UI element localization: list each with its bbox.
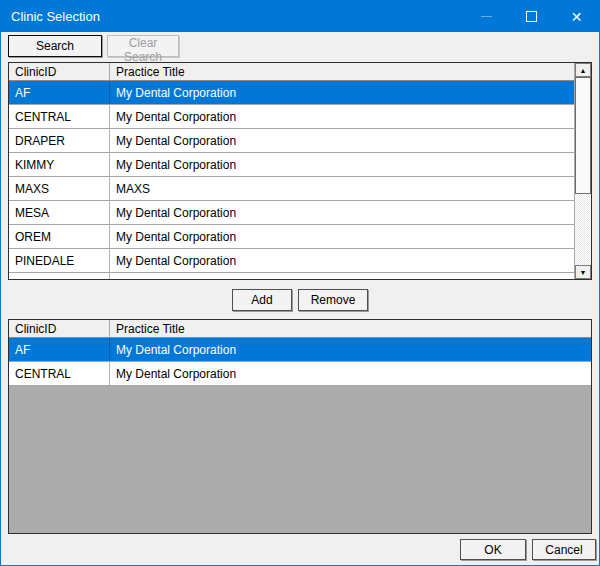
remove-button[interactable]: Remove <box>298 289 368 311</box>
clinic-id-cell: PINEDALE <box>9 254 109 268</box>
scrollbar-thumb[interactable] <box>575 77 591 194</box>
available-clinics-table: ClinicID Practice Title AF My Dental Cor… <box>8 62 592 280</box>
add-button[interactable]: Add <box>232 289 292 311</box>
clear-search-button[interactable]: Clear Search <box>107 35 179 57</box>
clinic-row[interactable]: MAXS MAXS <box>9 177 574 201</box>
practice-title-cell: My Dental Corporation <box>109 105 574 128</box>
scroll-up-button[interactable]: ▲ <box>575 63 591 77</box>
scroll-down-button[interactable]: ▼ <box>575 265 591 279</box>
close-button[interactable]: ✕ <box>554 1 599 32</box>
close-icon: ✕ <box>571 10 583 24</box>
clinic-id-cell: MESA <box>9 206 109 220</box>
ok-button[interactable]: OK <box>460 539 526 560</box>
empty-partial-row <box>9 273 574 279</box>
clinic-id-cell: AF <box>9 86 109 100</box>
clinic-row[interactable]: CENTRAL My Dental Corporation <box>9 105 574 129</box>
clinic-row[interactable]: KIMMY My Dental Corporation <box>9 153 574 177</box>
maximize-button[interactable] <box>509 1 554 32</box>
clinic-id-cell: MAXS <box>9 182 109 196</box>
search-button[interactable]: Search <box>8 35 102 57</box>
selected-table-body: AF My Dental Corporation CENTRAL My Dent… <box>9 338 591 386</box>
practice-title-cell: My Dental Corporation <box>109 129 574 152</box>
practice-title-cell: My Dental Corporation <box>109 249 574 272</box>
cancel-button[interactable]: Cancel <box>532 539 596 560</box>
maximize-icon <box>526 11 537 22</box>
column-header-clinicid[interactable]: ClinicID <box>9 65 109 79</box>
titlebar[interactable]: Clinic Selection ✕ <box>1 1 599 32</box>
practice-title-cell: My Dental Corporation <box>109 338 591 361</box>
clinic-id-cell: KIMMY <box>9 158 109 172</box>
column-header-clinicid[interactable]: ClinicID <box>9 322 109 336</box>
clinic-id-cell: DRAPER <box>9 134 109 148</box>
column-header-practice-title[interactable]: Practice Title <box>109 320 591 337</box>
clinic-id-cell: OREM <box>9 230 109 244</box>
clinic-row[interactable]: AF My Dental Corporation <box>9 338 591 362</box>
clinic-row[interactable]: MESA My Dental Corporation <box>9 201 574 225</box>
practice-title-cell: My Dental Corporation <box>109 225 574 248</box>
transfer-buttons-row: Add Remove <box>1 280 599 319</box>
caption-buttons: ✕ <box>464 1 599 32</box>
practice-title-cell: MAXS <box>109 177 574 200</box>
clinic-id-cell: CENTRAL <box>9 110 109 124</box>
available-table-body: AF My Dental Corporation CENTRAL My Dent… <box>9 81 591 273</box>
dialog-footer: OK Cancel <box>1 534 599 565</box>
clinic-row[interactable]: AF My Dental Corporation <box>9 81 574 105</box>
clinic-row[interactable]: DRAPER My Dental Corporation <box>9 129 574 153</box>
scroll-up-icon: ▲ <box>580 67 587 74</box>
column-header-practice-title[interactable]: Practice Title <box>109 63 574 80</box>
search-toolbar: Search Clear Search <box>1 32 599 57</box>
selected-clinics-table: ClinicID Practice Title AF My Dental Cor… <box>8 319 592 534</box>
vertical-scrollbar[interactable]: ▲ ▼ <box>574 63 591 279</box>
window-title: Clinic Selection <box>1 9 464 24</box>
minimize-icon <box>481 16 492 17</box>
clinic-id-cell: AF <box>9 343 109 357</box>
minimize-button[interactable] <box>464 1 509 32</box>
clinic-row[interactable]: OREM My Dental Corporation <box>9 225 574 249</box>
clinic-selection-dialog: Clinic Selection ✕ Search Clear Search C… <box>0 0 600 566</box>
clinic-row[interactable]: PINEDALE My Dental Corporation <box>9 249 574 273</box>
practice-title-cell: My Dental Corporation <box>109 81 574 104</box>
practice-title-cell: My Dental Corporation <box>109 362 591 385</box>
available-table-header: ClinicID Practice Title <box>9 63 574 81</box>
clinic-id-cell: CENTRAL <box>9 367 109 381</box>
selected-table-header: ClinicID Practice Title <box>9 320 591 338</box>
practice-title-cell: My Dental Corporation <box>109 201 574 224</box>
scroll-down-icon: ▼ <box>580 269 587 276</box>
clinic-row[interactable]: CENTRAL My Dental Corporation <box>9 362 591 386</box>
practice-title-cell: My Dental Corporation <box>109 153 574 176</box>
